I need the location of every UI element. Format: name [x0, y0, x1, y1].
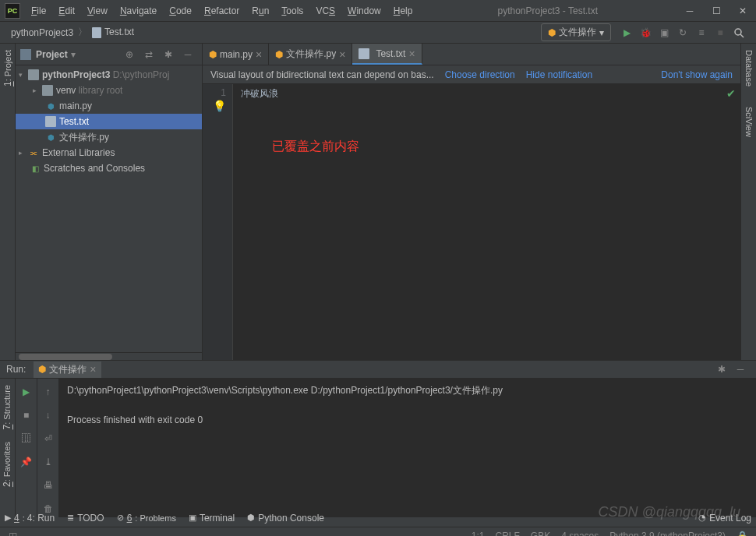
tab-test[interactable]: Test.txt ×: [352, 44, 422, 65]
rail-project-button[interactable]: 1: Project: [1, 44, 15, 93]
chevron-down-icon[interactable]: ▾: [71, 49, 76, 60]
layout-button[interactable]: ⿲: [18, 430, 35, 447]
breadcrumb-project[interactable]: pythonProject3: [8, 26, 76, 40]
editor-tabs: ⬢ main.py × ⬢ 文件操作.py × Test.txt ×: [203, 44, 740, 65]
python-icon: ⬢: [548, 27, 556, 38]
menu-code[interactable]: Code: [163, 2, 198, 19]
code-content[interactable]: 💡 冲破风浪 已覆盖之前内容 ✔: [232, 84, 740, 360]
hide-run-button[interactable]: ─: [732, 361, 749, 378]
status-encoding[interactable]: GBK: [531, 531, 550, 537]
status-indent[interactable]: 4 spaces: [561, 531, 599, 537]
softwrap-button[interactable]: ⏎: [40, 430, 57, 447]
tree-scratches[interactable]: ◧ Scratches and Consoles: [16, 160, 202, 176]
titlebar: PC File Edit View Navigate Code Refactor…: [0, 0, 756, 22]
banner-hide[interactable]: Hide notification: [526, 69, 592, 80]
minimize-button[interactable]: ─: [677, 0, 703, 22]
horizontal-scrollbar[interactable]: [16, 352, 202, 360]
stop-button[interactable]: ■: [712, 24, 729, 41]
expand-icon[interactable]: ▸: [33, 86, 42, 94]
scroll-end-button[interactable]: ⤓: [40, 453, 57, 471]
menu-refactor[interactable]: Refactor: [198, 2, 246, 19]
menu-window[interactable]: Window: [341, 2, 387, 19]
close-button[interactable]: ✕: [730, 0, 756, 22]
tree-root[interactable]: ▾ pythonProject3 D:\pythonProj: [16, 67, 202, 83]
banner-choose-direction[interactable]: Choose direction: [445, 69, 515, 80]
coverage-button[interactable]: ▣: [655, 24, 673, 41]
breadcrumb-file[interactable]: Test.txt: [89, 25, 137, 40]
expand-icon[interactable]: ▾: [19, 71, 28, 79]
profile-button[interactable]: ↻: [674, 24, 691, 41]
rail-database-button[interactable]: Database: [743, 44, 755, 93]
status-interpreter[interactable]: Python 3.9 (pythonProject3): [609, 531, 726, 537]
tree-external-libs[interactable]: ▸ ⫘ External Libraries: [16, 145, 202, 160]
run-settings-button[interactable]: ✱: [713, 361, 730, 378]
down-button[interactable]: ↓: [40, 407, 57, 424]
editor[interactable]: 1 💡 冲破风浪 已覆盖之前内容 ✔: [203, 84, 740, 360]
app-logo: PC: [5, 3, 20, 19]
toolwindow-quickaccess-button[interactable]: ◫: [4, 527, 21, 537]
tree-file-main[interactable]: ⬢ main.py: [16, 98, 202, 114]
tab-main[interactable]: ⬢ main.py ×: [203, 44, 269, 65]
expand-all-button[interactable]: ⇄: [140, 46, 157, 63]
tw-problems[interactable]: ⊘ 6: Problems: [117, 513, 176, 524]
menu-navigate[interactable]: Navigate: [114, 2, 163, 19]
tw-todo[interactable]: ≣ TODO: [67, 513, 104, 524]
menu-help[interactable]: Help: [387, 2, 419, 19]
run-button[interactable]: ▶: [618, 24, 635, 41]
run-toolwindow: Run: ⬢ 文件操作 × ✱ ─ 7: Structure 2: Favori…: [0, 360, 756, 508]
menu-run[interactable]: Run: [246, 2, 275, 19]
left-toolwindow-rail: 1: Project: [0, 44, 16, 360]
expand-icon[interactable]: ▸: [19, 149, 28, 157]
status-eol[interactable]: CRLF: [496, 531, 520, 537]
run-console[interactable]: D:\pythonProject1\pythonProject3\venv\Sc…: [59, 379, 756, 517]
search-everywhere-button[interactable]: [730, 24, 747, 41]
run-config-selector[interactable]: ⬢ 文件操作 ▾: [541, 23, 611, 41]
banner-message: Visual layout of bidirectional text can …: [210, 69, 434, 80]
menu-view[interactable]: View: [81, 2, 114, 19]
close-tab-icon[interactable]: ×: [256, 48, 262, 61]
hide-panel-button[interactable]: ─: [179, 46, 196, 63]
up-button[interactable]: ↑: [40, 383, 57, 400]
python-icon: ⬢: [209, 49, 217, 60]
tree-file-ops[interactable]: ⬢ 文件操作.py: [16, 129, 202, 145]
tw-event-log[interactable]: ◔ Event Log: [698, 513, 751, 524]
rail-favorites-button[interactable]: 2: Favorites: [0, 436, 14, 493]
project-panel-header: Project ▾ ⊕ ⇄ ✱ ─: [16, 44, 202, 65]
tree-venv[interactable]: ▸ venv library root: [16, 83, 202, 98]
intention-bulb-icon[interactable]: 💡: [213, 100, 226, 112]
tree-file-test[interactable]: Test.txt: [16, 114, 202, 129]
print-button[interactable]: 🖶: [40, 477, 57, 494]
status-caret[interactable]: 1:1: [472, 531, 485, 537]
close-tab-icon[interactable]: ×: [90, 363, 96, 376]
close-tab-icon[interactable]: ×: [408, 48, 415, 60]
rail-structure-button[interactable]: 7: Structure: [0, 379, 14, 436]
run-toolbar-1: ▶ ■ ⿲ 📌: [16, 379, 37, 517]
maximize-button[interactable]: ☐: [703, 0, 730, 22]
settings-button[interactable]: ✱: [160, 46, 177, 63]
svg-point-0: [735, 29, 741, 35]
inspection-ok-icon[interactable]: ✔: [726, 87, 736, 100]
menu-tools[interactable]: Tools: [275, 2, 309, 19]
project-tree[interactable]: ▾ pythonProject3 D:\pythonProj ▸ venv li…: [16, 65, 202, 352]
navigation-bar: pythonProject3 〉 Test.txt ⬢ 文件操作 ▾ ▶ 🐞 ▣…: [0, 22, 756, 44]
run-toolbar-2: ↑ ↓ ⏎ ⤓ 🖶 🗑: [37, 379, 59, 517]
tab-ops[interactable]: ⬢ 文件操作.py ×: [269, 44, 352, 65]
stop-run-button[interactable]: ■: [18, 407, 35, 424]
debug-button[interactable]: 🐞: [637, 24, 654, 41]
menu-file[interactable]: File: [25, 2, 52, 19]
rail-sciview-button[interactable]: SciView: [743, 100, 755, 143]
pin-button[interactable]: 📌: [18, 453, 35, 471]
locate-button[interactable]: ⊕: [121, 46, 138, 63]
tw-terminal[interactable]: ▣ Terminal: [189, 513, 235, 524]
tw-python-console[interactable]: ⬢ Python Console: [247, 513, 324, 524]
menu-vcs[interactable]: VCS: [309, 2, 341, 19]
status-lock-icon[interactable]: 🔒: [737, 531, 748, 537]
menu-edit[interactable]: Edit: [52, 2, 81, 19]
run-tab[interactable]: ⬢ 文件操作 ×: [34, 361, 101, 378]
close-tab-icon[interactable]: ×: [339, 48, 345, 61]
folder-icon: [42, 85, 53, 96]
more-actions-button[interactable]: ≡: [693, 24, 710, 41]
tw-run[interactable]: ▶ 4: 4: Run: [5, 513, 55, 524]
rerun-button[interactable]: ▶: [18, 383, 35, 400]
banner-dont-show[interactable]: Don't show again: [661, 69, 733, 80]
